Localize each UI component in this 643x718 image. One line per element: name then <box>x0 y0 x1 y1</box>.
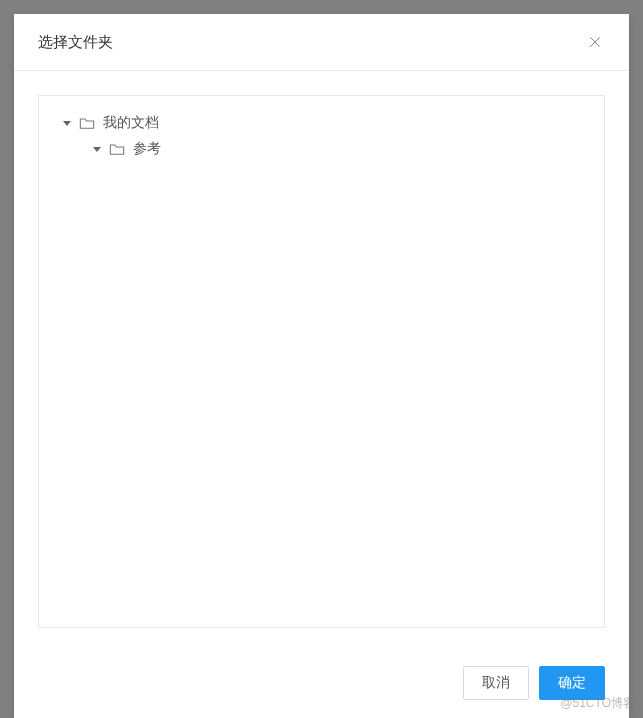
tree-node-label: 我的文档 <box>103 114 159 132</box>
modal-footer: 取消 确定 <box>14 652 629 718</box>
tree-node-root[interactable]: 我的文档 <box>49 110 594 136</box>
folder-select-modal: 选择文件夹 我的文档 <box>14 14 629 718</box>
caret-down-icon <box>93 147 101 152</box>
modal-body: 我的文档 参考 <box>14 71 629 652</box>
folder-icon <box>79 116 95 130</box>
tree-node-label: 参考 <box>133 140 161 158</box>
folder-tree: 我的文档 参考 <box>38 95 605 628</box>
tree-node-child[interactable]: 参考 <box>49 136 594 162</box>
modal-header: 选择文件夹 <box>14 14 629 71</box>
caret-down-icon <box>63 121 71 126</box>
cancel-button[interactable]: 取消 <box>463 666 529 700</box>
folder-icon <box>109 142 125 156</box>
modal-title: 选择文件夹 <box>38 33 113 52</box>
close-button[interactable] <box>585 32 605 52</box>
close-icon <box>587 34 603 50</box>
confirm-button[interactable]: 确定 <box>539 666 605 700</box>
